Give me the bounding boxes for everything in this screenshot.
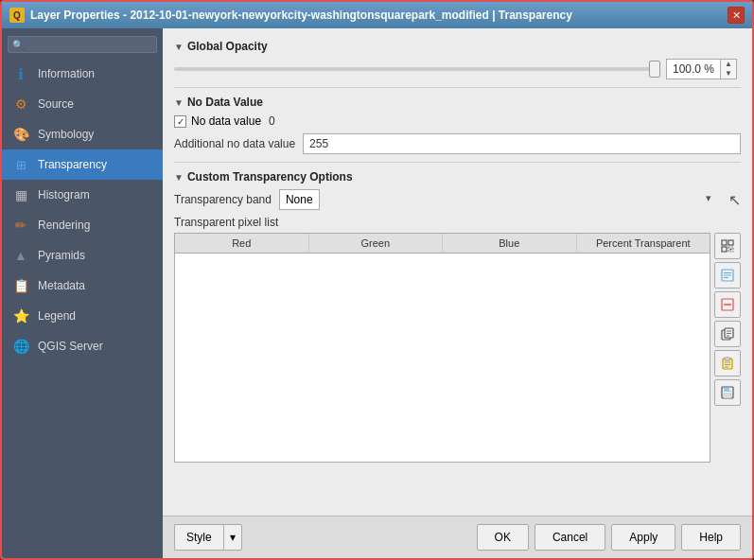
style-dropdown-arrow[interactable]: ▾ (223, 524, 242, 551)
ndv-row: ✓ No data value 0 (174, 114, 741, 128)
sidebar-item-legend[interactable]: ⭐ Legend (2, 301, 163, 331)
custom-transparency-header: ▼ Custom Transparency Options (174, 170, 741, 184)
symbology-icon: 🎨 (11, 125, 30, 144)
col-header-green: Green (309, 234, 444, 253)
sidebar-label-rendering: Rendering (38, 219, 90, 232)
sidebar: 🔍 ℹ Information ⚙ Source 🎨 Symbology ⊞ T… (2, 28, 163, 558)
pyramids-icon: ▲ (11, 246, 30, 265)
style-button-group: Style ▾ (174, 524, 242, 551)
opacity-spin-buttons: ▲ ▼ (720, 60, 736, 79)
style-button[interactable]: Style (174, 524, 223, 551)
copy-rows-button[interactable] (714, 321, 741, 347)
sidebar-item-metadata[interactable]: 📋 Metadata (2, 271, 163, 301)
content-scroll: ▼ Global Opacity 100.0 % ▲ ▼ (163, 28, 752, 516)
app-icon: Q (9, 8, 25, 23)
sidebar-item-symbology[interactable]: 🎨 Symbology (2, 119, 163, 149)
no-data-value-title: No Data Value (187, 96, 263, 109)
band-select[interactable]: None (279, 189, 320, 210)
sidebar-label-histogram: Histogram (38, 188, 90, 201)
titlebar-left: Q Layer Properties - 2012-10-01-newyork-… (9, 8, 572, 23)
cancel-button[interactable]: Cancel (535, 524, 605, 551)
no-data-value-checkbox-label[interactable]: ✓ No data value (174, 114, 261, 128)
svg-rect-1 (728, 240, 733, 245)
col-header-red: Red (175, 234, 309, 253)
metadata-icon: 📋 (11, 276, 30, 295)
no-data-value-val: 0 (269, 114, 275, 128)
titlebar: Q Layer Properties - 2012-10-01-newyork-… (2, 2, 752, 28)
source-icon: ⚙ (11, 95, 30, 114)
qgis-server-icon: 🌐 (11, 337, 30, 356)
search-icon: 🔍 (12, 40, 24, 50)
sidebar-label-information: Information (38, 67, 95, 80)
global-opacity-header: ▼ Global Opacity (174, 40, 741, 53)
legend-icon: ⭐ (11, 306, 30, 325)
svg-rect-0 (722, 240, 727, 245)
pixel-table-actions (714, 233, 741, 463)
band-row: Transparency band None ↖ (174, 189, 741, 210)
search-box[interactable]: 🔍 (8, 36, 157, 53)
sidebar-item-histogram[interactable]: ▦ Histogram (2, 180, 163, 210)
pixel-table-wrap: Red Green Blue Percent Transparent (174, 233, 741, 463)
ok-button[interactable]: OK (477, 524, 529, 551)
pixel-table: Red Green Blue Percent Transparent (174, 233, 710, 463)
cursor-arrow-icon: ↖ (728, 191, 741, 209)
svg-rect-13 (725, 328, 733, 338)
sidebar-item-qgis-server[interactable]: 🌐 QGIS Server (2, 331, 163, 361)
sidebar-label-metadata: Metadata (38, 279, 85, 292)
sidebar-label-transparency: Transparency (38, 158, 107, 171)
add-row-button[interactable] (714, 233, 741, 259)
opacity-spin-down[interactable]: ▼ (721, 69, 736, 79)
sidebar-item-source[interactable]: ⚙ Source (2, 89, 163, 119)
content-area: ▼ Global Opacity 100.0 % ▲ ▼ (163, 28, 752, 558)
opacity-row: 100.0 % ▲ ▼ (174, 59, 741, 79)
save-rows-button[interactable] (714, 379, 741, 406)
col-header-blue: Blue (443, 234, 577, 253)
sidebar-label-legend: Legend (38, 309, 76, 323)
custom-transparency-title: Custom Transparency Options (187, 170, 353, 184)
global-opacity-arrow: ▼ (174, 42, 184, 52)
sidebar-item-rendering[interactable]: ✏ Rendering (2, 210, 163, 240)
histogram-icon: ▦ (11, 185, 30, 204)
additional-ndv-input[interactable] (303, 133, 741, 154)
no-data-value-arrow: ▼ (174, 97, 184, 108)
remove-row-button[interactable] (714, 291, 741, 318)
svg-rect-24 (724, 394, 731, 398)
sidebar-label-qgis-server: QGIS Server (38, 340, 103, 353)
opacity-value-box: 100.0 % ▲ ▼ (666, 59, 737, 79)
sidebar-item-transparency[interactable]: ⊞ Transparency (2, 149, 163, 180)
divider-1 (174, 87, 741, 88)
band-select-wrap: None (279, 189, 717, 210)
global-opacity-title: Global Opacity (187, 40, 268, 53)
custom-transparency-arrow: ▼ (174, 172, 184, 183)
pixel-list-label: Transparent pixel list (174, 216, 741, 229)
edit-row-button[interactable] (714, 262, 741, 289)
pixel-table-body (175, 254, 710, 462)
bottom-bar: Style ▾ OK Cancel Apply Help (163, 516, 752, 558)
no-data-value-label: No data value (191, 114, 261, 128)
sidebar-label-pyramids: Pyramids (38, 249, 85, 262)
help-button[interactable]: Help (681, 524, 741, 551)
search-input[interactable] (27, 39, 152, 50)
svg-rect-2 (722, 247, 727, 252)
sidebar-label-symbology: Symbology (38, 128, 94, 141)
additional-ndv-label: Additional no data value (174, 137, 295, 150)
svg-rect-18 (725, 358, 730, 360)
opacity-slider-thumb[interactable] (649, 61, 660, 78)
sidebar-item-information[interactable]: ℹ Information (2, 59, 163, 89)
opacity-value: 100.0 % (667, 62, 720, 76)
divider-2 (174, 162, 741, 163)
no-data-value-checkbox[interactable]: ✓ (174, 115, 186, 128)
additional-ndv-row: Additional no data value (174, 133, 741, 154)
apply-button[interactable]: Apply (611, 524, 675, 551)
right-buttons: OK Cancel Apply Help (477, 524, 741, 551)
svg-rect-25 (729, 388, 731, 391)
sidebar-label-source: Source (38, 97, 74, 111)
opacity-spin-up[interactable]: ▲ (721, 60, 736, 69)
sidebar-item-pyramids[interactable]: ▲ Pyramids (2, 240, 163, 271)
opacity-slider-track (174, 67, 660, 71)
information-icon: ℹ (11, 64, 30, 83)
rendering-icon: ✏ (11, 216, 30, 235)
close-button[interactable]: ✕ (728, 7, 745, 24)
layer-properties-dialog: Q Layer Properties - 2012-10-01-newyork-… (0, 0, 754, 560)
paste-rows-button[interactable] (714, 350, 741, 376)
